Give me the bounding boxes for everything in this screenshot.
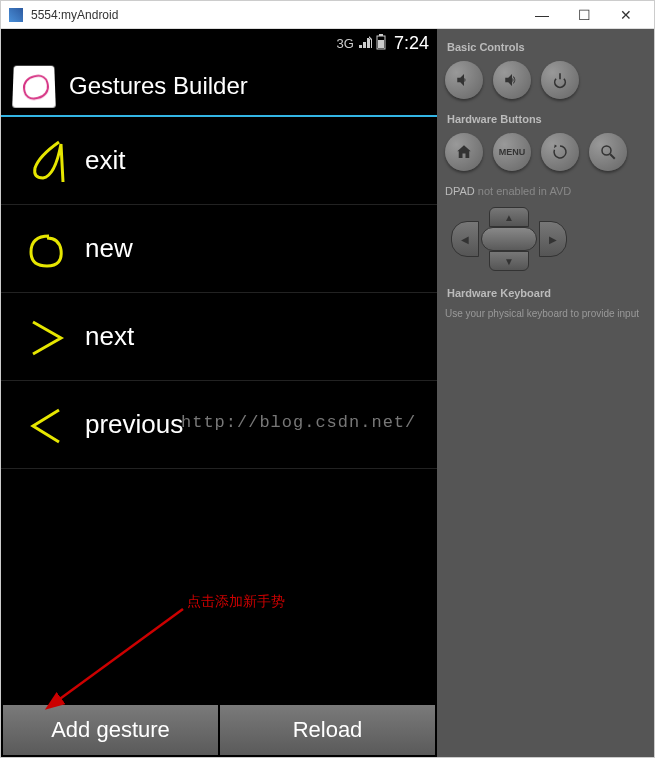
device-screen: 3G 7:24 Gestures Builder exit bbox=[1, 29, 437, 757]
dpad-left-button[interactable]: ◀ bbox=[451, 221, 479, 257]
dpad-note: not enabled in AVD bbox=[478, 185, 571, 197]
signal-icon bbox=[358, 35, 372, 52]
power-button[interactable] bbox=[541, 61, 579, 99]
gesture-label: exit bbox=[85, 145, 125, 176]
svg-rect-2 bbox=[378, 40, 384, 48]
gesture-label: next bbox=[85, 321, 134, 352]
reload-button[interactable]: Reload bbox=[220, 705, 435, 755]
clock: 7:24 bbox=[394, 33, 429, 54]
app-icon bbox=[12, 66, 56, 108]
svg-rect-1 bbox=[379, 34, 383, 36]
app-window-icon bbox=[9, 8, 23, 22]
emulator-area: 3G 7:24 Gestures Builder exit bbox=[1, 29, 654, 757]
minimize-button[interactable]: — bbox=[530, 5, 554, 25]
home-button[interactable] bbox=[445, 133, 483, 171]
dpad-title: DPAD bbox=[445, 185, 475, 197]
svg-line-5 bbox=[610, 154, 615, 159]
button-bar: Add gesture Reload bbox=[1, 703, 437, 757]
add-gesture-button[interactable]: Add gesture bbox=[3, 705, 218, 755]
dpad-down-button[interactable]: ▼ bbox=[489, 251, 529, 271]
battery-icon bbox=[376, 34, 386, 53]
dpad-center-button[interactable] bbox=[481, 227, 537, 251]
maximize-button[interactable]: ☐ bbox=[572, 5, 596, 25]
volume-down-button[interactable] bbox=[445, 61, 483, 99]
back-button[interactable] bbox=[541, 133, 579, 171]
list-item[interactable]: new bbox=[1, 205, 437, 293]
basic-controls-title: Basic Controls bbox=[447, 41, 646, 53]
dpad-right-button[interactable]: ▶ bbox=[539, 221, 567, 257]
emulator-window: 5554:myAndroid — ☐ ✕ 3G 7:24 Gestures Bu… bbox=[0, 0, 655, 758]
gesture-label: previous bbox=[85, 409, 183, 440]
svg-line-3 bbox=[57, 609, 183, 701]
search-button[interactable] bbox=[589, 133, 627, 171]
android-status-bar: 3G 7:24 bbox=[1, 29, 437, 57]
window-title: 5554:myAndroid bbox=[31, 8, 530, 22]
dpad: ▲ ▼ ◀ ▶ bbox=[445, 203, 573, 273]
gesture-left-icon bbox=[21, 400, 71, 450]
annotation-text: 点击添加新手势 bbox=[187, 593, 285, 611]
list-item[interactable]: exit bbox=[1, 117, 437, 205]
hw-keyboard-title: Hardware Keyboard bbox=[447, 287, 646, 299]
list-item[interactable]: previous bbox=[1, 381, 437, 469]
gesture-right-icon bbox=[21, 312, 71, 362]
close-button[interactable]: ✕ bbox=[614, 5, 638, 25]
app-title: Gestures Builder bbox=[69, 72, 248, 100]
gesture-alpha-icon bbox=[21, 136, 71, 186]
network-type-icon: 3G bbox=[337, 36, 354, 51]
hardware-buttons-title: Hardware Buttons bbox=[447, 113, 646, 125]
menu-button[interactable]: MENU bbox=[493, 133, 531, 171]
window-titlebar: 5554:myAndroid — ☐ ✕ bbox=[1, 1, 654, 29]
gesture-circle-icon bbox=[21, 224, 71, 274]
volume-up-button[interactable] bbox=[493, 61, 531, 99]
svg-point-4 bbox=[602, 146, 611, 155]
hw-keyboard-note: Use your physical keyboard to provide in… bbox=[445, 307, 646, 320]
gesture-label: new bbox=[85, 233, 133, 264]
emulator-side-panel: Basic Controls Hardware Buttons MENU bbox=[437, 29, 654, 757]
annotation-arrow-icon bbox=[43, 601, 193, 711]
app-header: Gestures Builder bbox=[1, 57, 437, 117]
dpad-up-button[interactable]: ▲ bbox=[489, 207, 529, 227]
gesture-list: exit new next previous bbox=[1, 117, 437, 469]
list-item[interactable]: next bbox=[1, 293, 437, 381]
